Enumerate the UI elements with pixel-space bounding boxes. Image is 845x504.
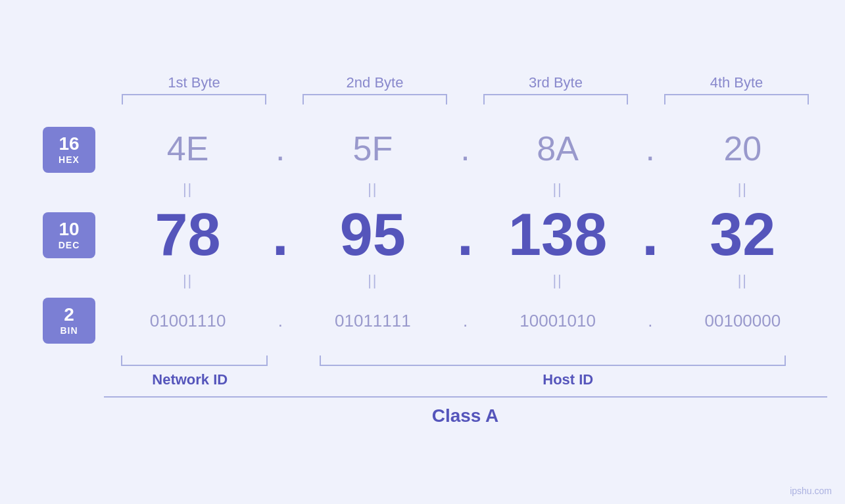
eq2-2: || <box>297 272 448 289</box>
bin-base-number: 2 <box>64 305 74 325</box>
dec-row: 78 . 95 . 138 . 32 <box>112 201 819 269</box>
bottom-section: Network ID Host ID Class A <box>104 355 827 430</box>
content-area: 16 HEX 10 DEC 2 BIN 4E . <box>26 120 819 350</box>
bin-val-3: 10001010 <box>482 311 634 331</box>
network-id-label: Network ID <box>104 371 277 388</box>
hex-badge: 16 HEX <box>43 127 95 173</box>
dec-val-4: 32 <box>667 201 819 269</box>
byte1-header: 1st Byte <box>104 74 285 91</box>
top-brackets-row <box>104 94 827 107</box>
dec-val-3: 138 <box>482 201 634 269</box>
class-bracket-line <box>104 396 827 398</box>
eq1-2: || <box>297 181 448 198</box>
dec-dot-2: . <box>449 201 482 269</box>
host-bracket <box>309 355 827 369</box>
hex-dot-3: . <box>634 129 667 168</box>
bin-dot-1: . <box>264 311 297 331</box>
bin-val-4: 00100000 <box>667 311 819 331</box>
bracket-top-4 <box>646 94 827 107</box>
bin-row: 01001110 . 01011111 . 10001010 . <box>112 292 819 350</box>
watermark: ipshu.com <box>790 486 832 496</box>
dec-dot-3: . <box>634 201 667 269</box>
dec-val-2: 95 <box>297 201 448 269</box>
hex-base-label: HEX <box>59 154 80 165</box>
byte4-header: 4th Byte <box>646 74 827 91</box>
values-grid: 4E . 5F . 8A . 20 <box>112 120 819 350</box>
dec-val-1: 78 <box>112 201 264 269</box>
main-container: 1st Byte 2nd Byte 3rd Byte 4th Byte 16 H… <box>0 0 845 504</box>
eq2-1: || <box>112 272 264 289</box>
dec-base-label: DEC <box>59 240 80 250</box>
dec-dot-1: . <box>264 201 297 269</box>
dec-base-number: 10 <box>59 219 79 240</box>
hex-row: 4E . 5F . 8A . 20 <box>112 120 819 178</box>
hex-val-2: 5F <box>297 129 448 168</box>
class-section: Class A <box>104 396 827 430</box>
equals-row-1: || || || || <box>112 177 819 201</box>
bin-dot-3: . <box>634 311 667 331</box>
eq1-1: || <box>112 181 264 198</box>
byte2-header: 2nd Byte <box>285 74 466 91</box>
bracket-top-1 <box>104 94 285 107</box>
bin-dot-2: . <box>449 311 482 331</box>
hex-dot-1: . <box>264 129 297 168</box>
bin-base-label: BIN <box>60 325 78 336</box>
labels-column: 16 HEX 10 DEC 2 BIN <box>26 120 112 350</box>
network-bracket <box>104 355 277 369</box>
eq1-3: || <box>482 181 634 198</box>
eq2-3: || <box>482 272 634 289</box>
hex-val-1: 4E <box>112 129 264 168</box>
class-label: Class A <box>104 401 827 430</box>
eq2-4: || <box>667 272 819 289</box>
id-labels-row: Network ID Host ID <box>104 371 827 388</box>
hex-dot-2: . <box>449 129 482 168</box>
bin-badge: 2 BIN <box>43 298 95 344</box>
bracket-top-3 <box>466 94 646 107</box>
host-id-label: Host ID <box>309 371 827 388</box>
byte-headers-row: 1st Byte 2nd Byte 3rd Byte 4th Byte <box>104 74 827 91</box>
equals-row-2: || || || || <box>112 269 819 292</box>
byte3-header: 3rd Byte <box>466 74 646 91</box>
hex-val-4: 20 <box>667 129 819 168</box>
hex-base-number: 16 <box>59 134 79 154</box>
bottom-brackets-row <box>104 355 827 369</box>
dec-badge: 10 DEC <box>43 212 95 258</box>
bin-val-2: 01011111 <box>297 311 448 331</box>
bracket-top-2 <box>285 94 466 107</box>
bin-val-1: 01001110 <box>112 311 264 331</box>
hex-val-3: 8A <box>482 129 634 168</box>
eq1-4: || <box>667 181 819 198</box>
